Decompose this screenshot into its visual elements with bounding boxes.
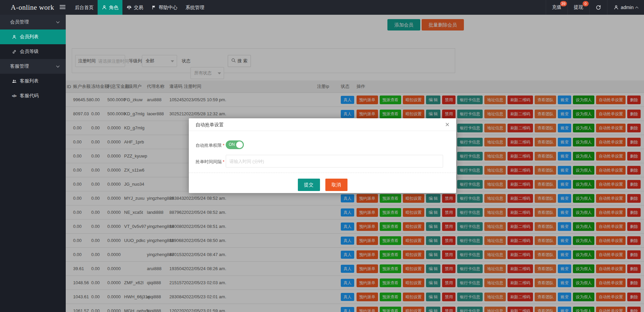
chevron-down-icon [56,64,60,68]
nav-menu: 后台首页角色交易帮助中心系统管理 [71,0,208,15]
auto-grab-toggle[interactable]: ON [226,140,244,149]
username: admin [621,5,634,10]
refresh-button[interactable] [589,0,607,15]
nav-item-label: 系统管理 [185,0,204,15]
code-icon: </> [11,93,17,99]
user-icon [11,34,17,40]
chevron-up-icon [635,6,639,10]
withdraw-count-badge: 0 [583,1,589,6]
sidebar-item-label: 客服代码 [20,93,39,99]
auto-grab-permission-label: 自动抢单权限* [196,142,224,148]
recharge-label: 充值 [552,4,561,10]
users-icon [11,78,17,84]
auto-grab-settings-dialog: 自动抢单设置 × 自动抢单权限* ON 抢单时间间隔* 提交 取消 [189,118,456,193]
sidebar-item-label: 会员列表 [20,34,39,40]
toggle-knob [236,141,243,148]
nav-item-2[interactable]: 角色 [98,0,122,15]
recharge-count-badge: 39 [560,1,567,6]
sidebar-group-2[interactable]: 客服管理 [0,59,66,74]
sidebar-group-label: 客服管理 [10,63,29,69]
cancel-button[interactable]: 取消 [325,179,347,191]
submit-button[interactable]: 提交 [298,179,320,191]
sidebar-group-1[interactable]: 会员管理 [0,15,66,29]
close-icon[interactable]: × [443,120,451,130]
sidebar-group-label: 会员管理 [10,19,29,25]
dialog-divider [189,173,456,173]
grab-interval-input[interactable] [226,155,443,168]
user-icon [102,5,107,10]
flag-icon [151,5,157,10]
link-icon [11,49,17,54]
required-asterisk: * [223,159,224,164]
nav-item-4[interactable]: 帮助中心 [147,0,181,15]
toggle-state-label: ON [229,142,235,147]
sidebar-item-label: 会员等级 [20,49,39,55]
chevron-down-icon [56,20,60,23]
nav-item-label: 后台首页 [75,0,94,15]
nav-item-label: 交易 [134,0,143,15]
nav-item-label: 帮助中心 [159,0,177,15]
sidebar-item[interactable]: 会员等级 [0,44,66,59]
withdraw-label: 提现 [574,4,583,10]
user-menu[interactable]: admin [607,0,644,15]
hamburger-menu-icon[interactable] [60,5,65,6]
nav-item-3[interactable]: 交易 [122,0,147,15]
nav-item-1[interactable]: 后台首页 [71,0,98,15]
sidebar-item[interactable]: 客服列表 [0,74,66,88]
withdraw-button[interactable]: 提现 0 [568,0,589,15]
recharge-button[interactable]: 充值 39 [546,0,568,15]
sidebar-item[interactable]: 会员列表 [0,29,66,44]
user-icon [613,5,619,10]
app-logo: A-online work [11,0,54,15]
sidebar-item-label: 客服列表 [20,78,39,84]
top-navbar: A-online work 后台首页角色交易帮助中心系统管理 充值 39 提现 … [0,0,644,15]
nav-item-5[interactable]: 系统管理 [181,0,208,15]
grab-interval-label: 抢单时间间隔* [196,159,224,165]
dialog-title: 自动抢单设置 [189,118,456,131]
navbar-right: 充值 39 提现 0 admin [546,0,644,15]
required-asterisk: * [223,143,224,148]
nav-item-label: 角色 [109,0,118,15]
scales-icon [126,5,132,10]
sidebar: 会员管理会员列表会员等级客服管理客服列表</>客服代码 [0,15,66,312]
refresh-icon [596,5,601,10]
sidebar-item[interactable]: </>客服代码 [0,88,66,103]
